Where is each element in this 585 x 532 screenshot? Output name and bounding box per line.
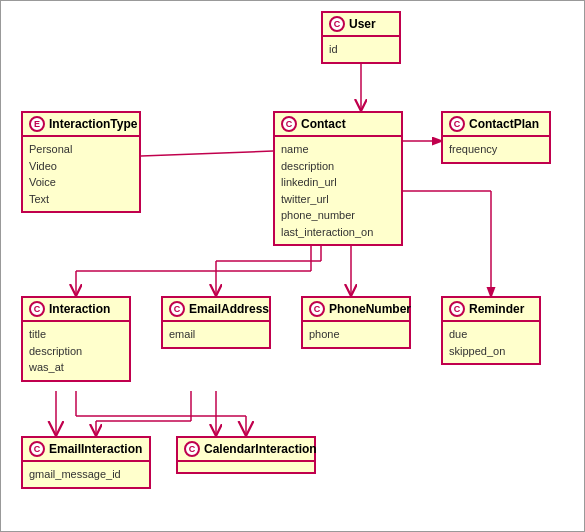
contactplan-box: C ContactPlan frequency [441, 111, 551, 164]
emailinteraction-field-0: gmail_message_id [29, 466, 143, 483]
calendarinteraction-title: CalendarInteraction [204, 442, 317, 456]
interactiontype-enum-icon: E [29, 116, 45, 132]
phonenumber-body: phone [303, 322, 409, 347]
contactplan-field-0: frequency [449, 141, 543, 158]
interaction-title: Interaction [49, 302, 110, 316]
reminder-field-1: skipped_on [449, 343, 533, 360]
reminder-header: C Reminder [443, 298, 539, 322]
emailaddress-title: EmailAddress [189, 302, 269, 316]
emailinteraction-class-icon: C [29, 441, 45, 457]
contactplan-class-icon: C [449, 116, 465, 132]
interactiontype-body: Personal Video Voice Text [23, 137, 139, 211]
user-class-icon: C [329, 16, 345, 32]
interactiontype-field-1: Video [29, 158, 133, 175]
contact-box: C Contact name description linkedin_url … [273, 111, 403, 246]
interaction-header: C Interaction [23, 298, 129, 322]
phonenumber-title: PhoneNumber [329, 302, 411, 316]
contactplan-body: frequency [443, 137, 549, 162]
interaction-body: title description was_at [23, 322, 129, 380]
contact-field-3: twitter_url [281, 191, 395, 208]
interactiontype-field-0: Personal [29, 141, 133, 158]
contact-field-5: last_interaction_on [281, 224, 395, 241]
emailaddress-box: C EmailAddress email [161, 296, 271, 349]
phonenumber-field-0: phone [309, 326, 403, 343]
reminder-title: Reminder [469, 302, 524, 316]
interaction-box: C Interaction title description was_at [21, 296, 131, 382]
contact-class-icon: C [281, 116, 297, 132]
interaction-field-0: title [29, 326, 123, 343]
contact-field-0: name [281, 141, 395, 158]
contactplan-title: ContactPlan [469, 117, 539, 131]
calendarinteraction-class-icon: C [184, 441, 200, 457]
contact-field-2: linkedin_url [281, 174, 395, 191]
reminder-class-icon: C [449, 301, 465, 317]
emailinteraction-body: gmail_message_id [23, 462, 149, 487]
interactiontype-field-2: Voice [29, 174, 133, 191]
phonenumber-header: C PhoneNumber [303, 298, 409, 322]
interaction-class-icon: C [29, 301, 45, 317]
interaction-field-1: description [29, 343, 123, 360]
reminder-box: C Reminder due skipped_on [441, 296, 541, 365]
contact-title: Contact [301, 117, 346, 131]
reminder-field-0: due [449, 326, 533, 343]
user-header: C User [323, 13, 399, 37]
contact-header: C Contact [275, 113, 401, 137]
emailaddress-header: C EmailAddress [163, 298, 269, 322]
contactplan-header: C ContactPlan [443, 113, 549, 137]
interactiontype-box: E InteractionType Personal Video Voice T… [21, 111, 141, 213]
emailinteraction-box: C EmailInteraction gmail_message_id [21, 436, 151, 489]
emailaddress-body: email [163, 322, 269, 347]
emailaddress-field-0: email [169, 326, 263, 343]
emailinteraction-header: C EmailInteraction [23, 438, 149, 462]
contact-body: name description linkedin_url twitter_ur… [275, 137, 401, 244]
reminder-body: due skipped_on [443, 322, 539, 363]
emailinteraction-title: EmailInteraction [49, 442, 142, 456]
calendarinteraction-header: C CalendarInteraction [178, 438, 314, 462]
calendarinteraction-body [178, 462, 314, 472]
interactiontype-field-3: Text [29, 191, 133, 208]
user-body: id [323, 37, 399, 62]
calendarinteraction-box: C CalendarInteraction [176, 436, 316, 474]
contact-field-1: description [281, 158, 395, 175]
user-field-id: id [329, 41, 393, 58]
interactiontype-header: E InteractionType [23, 113, 139, 137]
user-title: User [349, 17, 376, 31]
contact-field-4: phone_number [281, 207, 395, 224]
emailaddress-class-icon: C [169, 301, 185, 317]
interaction-field-2: was_at [29, 359, 123, 376]
user-box: C User id [321, 11, 401, 64]
diagram-container: C User id C Contact name description lin… [0, 0, 585, 532]
svg-line-2 [141, 151, 273, 156]
phonenumber-box: C PhoneNumber phone [301, 296, 411, 349]
interactiontype-title: InteractionType [49, 117, 137, 131]
phonenumber-class-icon: C [309, 301, 325, 317]
